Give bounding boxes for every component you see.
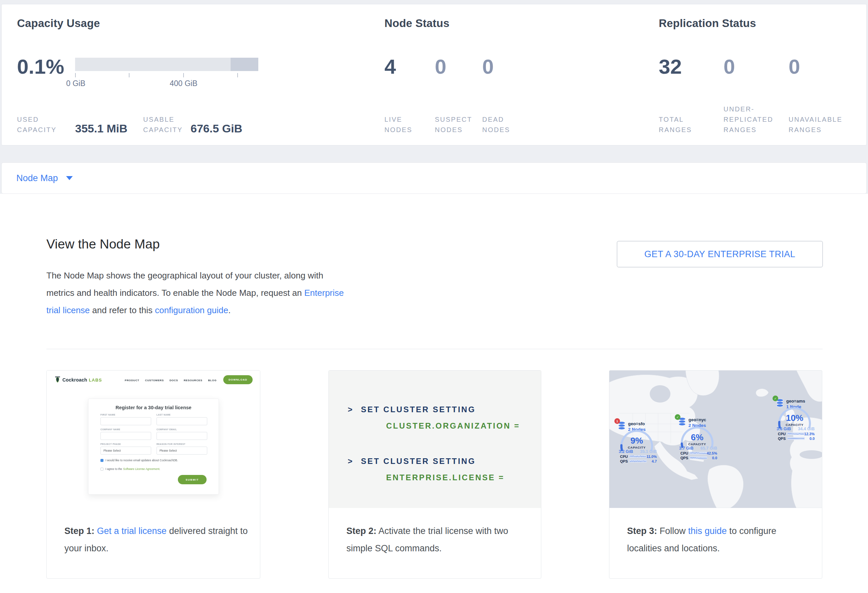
locality-sfo-qps-row: QPS 4.7 [620, 459, 657, 463]
cockroach-bug-icon [55, 377, 61, 383]
email-updates-checkbox-row: I would like to receive email updates ab… [100, 459, 178, 462]
mini-nav-blog: BLOG [208, 379, 217, 382]
mini-site-header: Cockroach LABS PRODUCT CUSTOMERS DOCS RE… [47, 371, 260, 390]
mini-nav-resources: RESOURCES [183, 379, 202, 382]
locality-ams-qps-row: QPS 0.0 [778, 436, 815, 441]
node-map-dropdown[interactable]: Node Map [16, 163, 73, 193]
locality-nyc-qps-row: QPS 0.0 [681, 456, 717, 460]
capacity-caption: CAPACITY [681, 442, 714, 446]
capacity-usage-title: Capacity Usage [17, 17, 100, 30]
qps-label: QPS [681, 456, 690, 460]
locality-nyc-cpu-row: CPU 42.5% [681, 451, 717, 455]
capacity-percent: 6% [681, 432, 714, 443]
capacity-percent: 10% [778, 413, 811, 423]
total-capacity: 35.1 GiB [640, 449, 657, 454]
unavailable-count: 0 [788, 54, 800, 80]
node-map-dropdown-label: Node Map [16, 173, 58, 184]
locality-ams-capacity-values: 3.6 GiB 34.4 GiB [776, 427, 815, 431]
capacity-axis-tick [237, 73, 238, 77]
email-updates-text: I would like to receive email updates ab… [105, 459, 178, 462]
license-agreement-text: I agree to the [105, 467, 122, 471]
company-email-input [156, 432, 207, 440]
capacity-percent: 0.1% [17, 54, 64, 80]
locality-ams-gauge: 10% CAPACITY [778, 407, 811, 429]
dead-nodes-count: 0 [482, 54, 493, 80]
used-capacity: 3.2 GiB [619, 449, 633, 454]
configuration-guide-link[interactable]: configuration guide [155, 305, 228, 315]
live-nodes-label: LIVE NODES [384, 115, 435, 135]
cockroach-labs-logo: Cockroach LABS [55, 377, 102, 383]
cpu-sparkline [787, 432, 804, 436]
mini-nav-product: PRODUCT [125, 379, 139, 382]
last-name-label: LAST NAME [156, 413, 207, 416]
live-nodes-count: 4 [384, 54, 396, 80]
step-1-prefix: Step 1: [64, 526, 94, 536]
locality-ams-cpu-row: CPU 12.3% [778, 431, 815, 436]
get-trial-license-link[interactable]: Get a trial license [97, 526, 167, 536]
qps-sparkline [690, 456, 707, 460]
cpu-value: 42.5% [707, 451, 717, 455]
sql-setting-1: CLUSTER.ORGANIZATION = [386, 421, 520, 431]
capacity-axis-tick [129, 73, 130, 77]
enterprise-trial-button[interactable]: GET A 30-DAY ENTERPRISE TRIAL [617, 241, 823, 268]
capacity-bar [75, 58, 258, 71]
sql-statement-2-text: SET CLUSTER SETTING [361, 456, 476, 466]
usable-capacity-label: USABLE CAPACITY [143, 115, 190, 135]
license-agreement-checkbox-row: I agree to the Software License Agreemen… [100, 467, 160, 471]
mini-site-logo-labs: LABS [89, 378, 102, 383]
mini-site-nav: PRODUCT CUSTOMERS DOCS RESOURCES BLOG [125, 379, 217, 382]
cpu-label: CPU [778, 432, 787, 436]
company-name-field: COMPANY NAME [100, 428, 151, 440]
view-selector-bar: Node Map [1, 162, 867, 194]
chevron-down-icon [66, 176, 73, 180]
company-name-input [100, 432, 151, 440]
locality-sfo-gauge: 9% CAPACITY [620, 430, 653, 452]
project-phase-select: Please Select [100, 447, 151, 455]
qps-value: 0.0 [712, 456, 717, 460]
mini-site-logo-text: Cockroach [62, 377, 87, 383]
healthy-badge-icon: ✓ [772, 396, 778, 401]
healthy-badge-icon: ✓ [675, 414, 681, 420]
qps-label: QPS [778, 437, 787, 441]
company-name-label: COMPANY NAME [100, 428, 151, 431]
locality-nyc-capacity-values: 3.7 GiB 65.7 GiB [679, 446, 717, 450]
capacity-details-row: USED CAPACITY 355.1 MiB USABLE CAPACITY … [17, 104, 242, 135]
sql-statement-2: >SET CLUSTER SETTING [348, 456, 475, 466]
cpu-sparkline [629, 455, 647, 458]
total-ranges-count: 32 [659, 54, 682, 80]
cpu-label: CPU [681, 451, 690, 455]
capacity-axis-tick [183, 73, 184, 77]
locality-name: geo=nyc [688, 417, 706, 422]
intro-text-2: and refer to this [90, 305, 155, 315]
step-2-card: >SET CLUSTER SETTING CLUSTER.ORGANIZATIO… [328, 370, 541, 579]
unchecked-checkbox-icon [100, 468, 103, 471]
checked-checkbox-icon [100, 459, 103, 462]
suspect-nodes-label: SUSPECT NODES [435, 115, 482, 135]
capacity-bar-reserved-segment [230, 58, 258, 71]
reason-label: REASON FOR INTEREST [156, 443, 207, 445]
mini-download-button: DOWNLOAD [223, 375, 252, 384]
this-guide-link[interactable]: this guide [688, 526, 727, 536]
sql-statement-1: >SET CLUSTER SETTING [348, 405, 475, 414]
node-status-labels: LIVE NODES SUSPECT NODES DEAD NODES [384, 104, 519, 135]
intro-description: The Node Map shows the geographical layo… [46, 267, 351, 319]
dead-nodes-label: DEAD NODES [482, 115, 519, 135]
usable-capacity-value: 676.5 GiB [190, 122, 242, 135]
step-3-prefix: Step 3: [627, 526, 657, 536]
project-phase-label: PROJECT PHASE [100, 443, 151, 445]
sql-statement-1-text: SET CLUSTER SETTING [361, 405, 476, 414]
sql-setting-2: ENTERPRISE.LICENSE = [386, 473, 505, 482]
used-capacity-label: USED CAPACITY [17, 115, 75, 135]
capacity-caption: CAPACITY [620, 446, 653, 449]
intro-text-1: The Node Map shows the geographical layo… [46, 271, 323, 298]
capacity-axis-label-0: 0 GiB [66, 79, 86, 88]
qps-value: 4.7 [652, 459, 657, 463]
total-ranges-label: TOTAL RANGES [659, 115, 723, 135]
first-name-field: FIRST NAME [100, 413, 151, 425]
cluster-summary-panel: Capacity Usage 0.1% 0 GiB 400 GiB USED C… [1, 4, 867, 146]
locality-name: geo=ams [786, 399, 805, 404]
cpu-value: 11.0% [647, 455, 657, 459]
section-divider [46, 349, 822, 349]
capacity-percent: 9% [620, 436, 653, 446]
capacity-axis-label-400: 400 GiB [170, 79, 197, 88]
